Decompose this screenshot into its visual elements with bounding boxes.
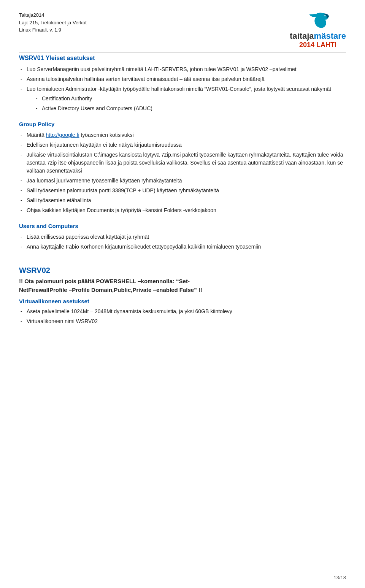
bullet-text-before: Määritä bbox=[27, 132, 46, 138]
bullet-text: Aseta palvelimelle 1024Mt – 2048Mt dynaa… bbox=[27, 308, 232, 314]
page-number: 13/18 bbox=[333, 575, 346, 580]
bullet-text: Ohjaa kaikkien käyttäjien Documents ja t… bbox=[27, 207, 216, 213]
logo-taitaja: taitaja bbox=[290, 31, 314, 41]
header-section: Taitaja2014 Laji: 215, Tietokoneet ja Ve… bbox=[19, 11, 346, 49]
header-line2: Laji: 215, Tietokoneet ja Verkot bbox=[19, 19, 87, 27]
bullet-text: Luo toimialueen Administrator -käyttäjän… bbox=[27, 86, 331, 92]
bullet-text: Lisää erillisessä paperissa olevat käytt… bbox=[27, 234, 149, 240]
google-link[interactable]: http://google.fi bbox=[46, 132, 79, 138]
header-line1: Taitaja2014 bbox=[19, 11, 87, 19]
list-item: Julkaise virtualisointialustan C:\images… bbox=[19, 151, 346, 175]
bullet-text: Active Directory Users and Computers (AD… bbox=[42, 105, 152, 111]
bullet-text: Jaa luomasi juurivarmenne työasemille kä… bbox=[27, 178, 182, 184]
firewall-text-line1: !! Ota palomuuri pois päältä POWERSHELL … bbox=[19, 277, 346, 286]
header-divider bbox=[19, 52, 346, 52]
list-item: Salli työasemien etähallinta bbox=[19, 197, 346, 204]
list-item: Jaa luomasi juurivarmenne työasemille kä… bbox=[19, 177, 346, 185]
wsrv02-title: WSRV02 bbox=[19, 266, 346, 275]
list-item: Luo toimialueen Administrator -käyttäjän… bbox=[19, 85, 346, 113]
logo-container: taitajamästare 2014 LAHTI bbox=[290, 11, 346, 49]
bullet-text: Luo ServerManageriin uusi palvelinryhmä … bbox=[27, 66, 297, 72]
list-item: Luo ServerManageriin uusi palvelinryhmä … bbox=[19, 65, 346, 73]
logo-brand: taitajamästare bbox=[290, 31, 346, 41]
list-item: Aseta palvelimelle 1024Mt – 2048Mt dynaa… bbox=[19, 307, 346, 315]
list-item: Lisää erillisessä paperissa olevat käytt… bbox=[19, 233, 346, 241]
bullet-text: Virtuaalikoneen nimi WSRV02 bbox=[27, 318, 98, 324]
logo-bird-icon bbox=[306, 11, 329, 30]
wsrv02-bullet-list: Aseta palvelimelle 1024Mt – 2048Mt dynaa… bbox=[19, 307, 346, 325]
bullet-text: Julkaise virtualisointialustan C:\images… bbox=[27, 152, 343, 174]
svg-point-0 bbox=[324, 15, 325, 16]
sub-list-item: Certification Authority bbox=[34, 95, 346, 103]
group-policy-heading: Group Policy bbox=[19, 121, 346, 127]
list-item: Salli työasemien palomuurista portti 338… bbox=[19, 187, 346, 195]
sub-list-item: Active Directory Users and Computers (AD… bbox=[34, 105, 346, 113]
firewall-text-line2: NetFirewallProfile –Profile Domain,Publi… bbox=[19, 286, 346, 295]
firewall-block: !! Ota palomuuri pois päältä POWERSHELL … bbox=[19, 277, 346, 294]
bullet-text: Salli työasemien etähallinta bbox=[27, 197, 91, 203]
bullet-text-after: työasemien kotisivuksi bbox=[79, 132, 134, 138]
header-left: Taitaja2014 Laji: 215, Tietokoneet ja Ve… bbox=[19, 11, 87, 34]
list-item: Anna käyttäjälle Fabio Korhonen kirjautu… bbox=[19, 243, 346, 251]
page-title: WSRV01 Yleiset asetukset bbox=[19, 55, 346, 62]
group-policy-list: Määritä http://google.fi työasemien koti… bbox=[19, 131, 346, 214]
header-line3: Linux Finaali, v. 1.9 bbox=[19, 26, 87, 34]
main-bullet-list: Luo ServerManageriin uusi palvelinryhmä … bbox=[19, 65, 346, 113]
list-item: Asenna tulostinpalvelun hallintaa varten… bbox=[19, 75, 346, 83]
virtuaali-title: Virtuaalikoneen asetukset bbox=[19, 298, 346, 304]
list-item: Virtuaalikoneen nimi WSRV02 bbox=[19, 317, 346, 325]
bullet-text: Edellisen kirjautuneen käyttäjän ei tule… bbox=[27, 142, 182, 148]
bullet-text: Certification Authority bbox=[42, 95, 92, 101]
bullet-text: Asenna tulostinpalvelun hallintaa varten… bbox=[27, 76, 265, 82]
logo-year: 2014 LAHTI bbox=[299, 41, 336, 49]
bullet-text: Anna käyttäjälle Fabio Korhonen kirjautu… bbox=[27, 244, 261, 250]
list-item: Ohjaa kaikkien käyttäjien Documents ja t… bbox=[19, 206, 346, 214]
list-item: Määritä http://google.fi työasemien koti… bbox=[19, 131, 346, 139]
users-computers-heading: Users and Computers bbox=[19, 223, 346, 229]
bullet-text: Salli työasemien palomuurista portti 338… bbox=[27, 187, 219, 193]
logo-mastare: mästare bbox=[314, 31, 346, 41]
users-computers-list: Lisää erillisessä paperissa olevat käytt… bbox=[19, 233, 346, 251]
list-item: Edellisen kirjautuneen käyttäjän ei tule… bbox=[19, 141, 346, 149]
